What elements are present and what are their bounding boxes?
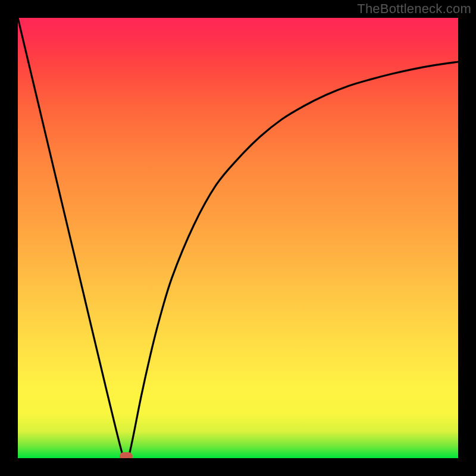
plot-area — [18, 18, 458, 458]
minimum-marker — [120, 452, 133, 458]
bottleneck-curve — [18, 18, 458, 458]
attribution-text: TheBottleneck.com — [357, 1, 471, 17]
chart-frame: TheBottleneck.com — [0, 0, 476, 476]
curve-layer — [18, 18, 458, 458]
